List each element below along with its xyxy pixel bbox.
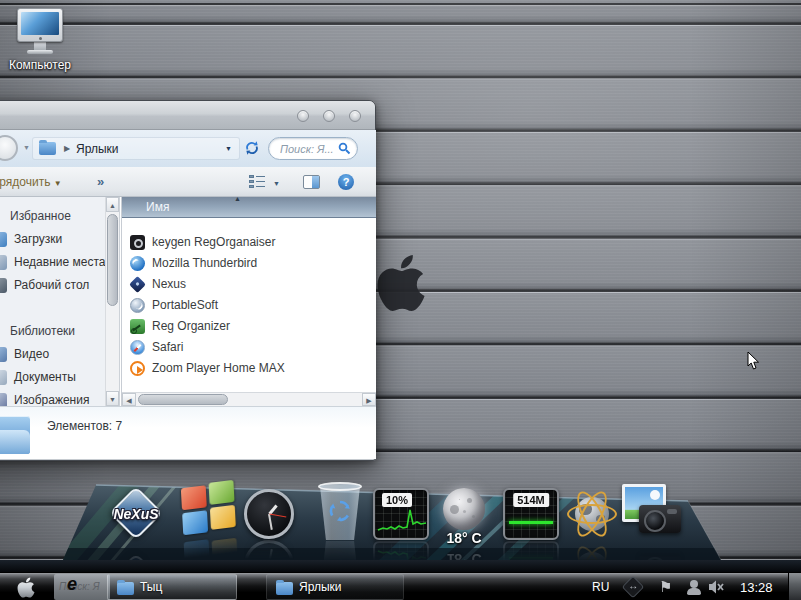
scroll-up-icon[interactable]: ▲	[106, 197, 119, 212]
file-row[interactable]: Safari	[122, 337, 376, 358]
dock-item-cpu-meter[interactable]: 10%	[373, 488, 429, 540]
scroll-right-icon[interactable]: ▶	[362, 393, 376, 406]
wall-groove	[0, 3, 801, 5]
details-pane: Элементов: 7	[0, 406, 376, 459]
taskbar-button-tyts[interactable]: Тыц	[107, 574, 237, 600]
sidebar-item-recent[interactable]: Недавние места	[0, 251, 105, 274]
user-tray-icon[interactable]	[686, 579, 702, 595]
dock-item-recycle-bin[interactable]	[318, 482, 362, 540]
dock-item-clock[interactable]	[244, 489, 294, 539]
sidebar-scrollbar[interactable]: ▲ ▼	[105, 197, 120, 406]
window-titlebar[interactable]	[0, 101, 375, 130]
sort-ascending-icon: ▲	[234, 195, 241, 202]
pictures-icon	[0, 393, 7, 406]
search-icon	[338, 142, 351, 155]
breadcrumb-folder[interactable]: Ярлыки	[76, 142, 119, 156]
window-maximize-button[interactable]	[323, 110, 335, 122]
nexus-icon	[129, 276, 146, 293]
dock-item-nexus[interactable]: NeXuS	[104, 488, 168, 546]
refresh-button[interactable]	[244, 140, 260, 160]
file-row[interactable]: keygen RegOrganaiser	[122, 232, 376, 253]
forward-button[interactable]	[0, 135, 18, 161]
file-row[interactable]: Zoom Player Home MAX	[122, 358, 376, 379]
folder-icon	[276, 582, 293, 595]
preview-pane-button[interactable]	[303, 175, 320, 189]
zoom-player-icon	[130, 361, 145, 376]
ram-usage-label: 514M	[513, 493, 549, 507]
organize-menu-button[interactable]: Упорядочить ▼	[0, 175, 62, 189]
sidebar-item-video[interactable]: Видео	[0, 343, 105, 366]
toolbar-overflow-button[interactable]: »	[97, 174, 104, 189]
action-center-icon[interactable]	[658, 579, 674, 595]
volume-muted-icon[interactable]	[708, 579, 724, 595]
window-content: Избранное Загрузки Недавние места Рабочи…	[0, 197, 376, 406]
column-header-name[interactable]: Имя ▲	[122, 197, 376, 218]
window-minimize-button[interactable]	[297, 110, 309, 122]
views-button[interactable]	[249, 175, 265, 189]
scroll-left-icon[interactable]: ◀	[122, 393, 136, 406]
portablesoft-icon	[130, 298, 145, 313]
computer-icon	[17, 8, 63, 42]
safari-icon	[130, 340, 145, 355]
dock: NeXuS 10% 18° C	[0, 468, 801, 573]
sidebar-item-documents[interactable]: Документы	[0, 366, 105, 389]
dock-item-ram-meter[interactable]: 514M	[503, 488, 559, 540]
horizontal-scrollbar[interactable]: ◀ ▶	[122, 392, 376, 406]
views-dropdown-icon[interactable]: ▼	[273, 180, 280, 187]
video-icon	[0, 347, 7, 362]
recycle-symbol-icon	[328, 499, 352, 523]
temperature-label: 18° C	[434, 530, 494, 546]
dock-item-windows[interactable]	[181, 482, 237, 539]
explorer-window: ▼ ▶ Ярлыки ▼ Упорядочить ▼	[0, 100, 376, 461]
scrollbar-thumb[interactable]	[138, 394, 228, 405]
taskbar: Поиск: Я e Тыц Ярлыки RU 13:28	[0, 572, 801, 600]
breadcrumb-dropdown-icon[interactable]: ▼	[225, 145, 232, 152]
show-desktop-button[interactable]	[788, 573, 801, 600]
search-input[interactable]	[278, 140, 338, 157]
breadcrumb[interactable]: ▶ Ярлыки ▼	[32, 137, 240, 160]
layout-switcher-icon[interactable]	[622, 576, 645, 599]
taskbar-button-yarlyki[interactable]: Ярлыки	[266, 574, 404, 600]
camera-icon	[639, 505, 681, 533]
navigation-pane: Избранное Загрузки Недавние места Рабочи…	[0, 197, 105, 406]
sidebar-group-favorites[interactable]: Избранное	[0, 205, 105, 228]
file-row[interactable]: Reg Organizer	[122, 316, 376, 337]
command-toolbar: Упорядочить ▼ » ▼ ?	[0, 167, 376, 197]
mouse-cursor	[747, 351, 761, 371]
cpu-graph	[377, 506, 427, 536]
reg-organizer-icon	[130, 319, 145, 334]
recent-places-icon	[0, 255, 7, 270]
moon-icon	[443, 488, 485, 530]
sidebar-item-downloads[interactable]: Загрузки	[0, 228, 105, 251]
sidebar-item-desktop[interactable]: Рабочий стол	[0, 274, 105, 297]
sidebar-item-pictures[interactable]: Изображения	[0, 389, 105, 406]
apple-logo-wallpaper	[377, 251, 425, 315]
dock-shadow	[0, 560, 801, 572]
dock-item-pictures[interactable]	[622, 484, 688, 544]
dock-item-weather[interactable]: 18° C	[434, 486, 494, 548]
folder-icon	[39, 142, 56, 155]
scroll-down-icon[interactable]: ▼	[106, 391, 119, 406]
window-close-button[interactable]	[349, 110, 361, 122]
start-button[interactable]	[16, 576, 36, 599]
desktop: Компьютер ▼ ▶ Ярлыки ▼	[0, 0, 801, 600]
file-row[interactable]: Mozilla Thunderbird	[122, 253, 376, 274]
taskbar-ghost-artifact: Поиск: Я e	[54, 574, 110, 600]
file-list: Имя ▲ keygen RegOrganaiser Mozilla Thund…	[121, 197, 376, 406]
help-button[interactable]: ?	[338, 174, 354, 190]
desktop-icon-computer[interactable]: Компьютер	[2, 8, 78, 72]
scrollbar-thumb[interactable]	[107, 214, 118, 306]
file-row[interactable]: PortableSoft	[122, 295, 376, 316]
file-row[interactable]: Nexus	[122, 274, 376, 295]
dock-item-network[interactable]	[565, 487, 619, 541]
sidebar-group-libraries[interactable]: Библиотеки	[0, 320, 105, 343]
taskbar-clock[interactable]: 13:28	[740, 580, 773, 595]
windows-logo-icon	[181, 485, 207, 510]
folder-icon	[117, 582, 134, 595]
documents-icon	[0, 370, 7, 385]
search-box[interactable]	[268, 137, 358, 160]
history-dropdown-icon[interactable]: ▼	[23, 144, 30, 151]
language-indicator[interactable]: RU	[592, 580, 609, 594]
items-count: Элементов: 7	[47, 419, 122, 433]
address-bar: ▼ ▶ Ярлыки ▼	[0, 130, 376, 167]
